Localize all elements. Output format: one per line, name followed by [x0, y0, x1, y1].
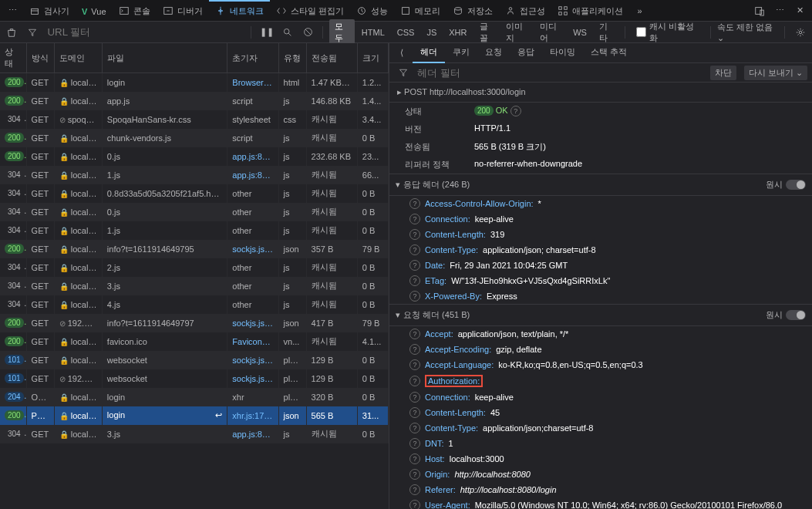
details-tab-1[interactable]: 쿠키: [445, 43, 477, 63]
table-row[interactable]: 304GET🔒 localh...1.jsotherjs캐시됨0 B: [0, 221, 389, 240]
filter-pill-글꼴[interactable]: 글꼴: [474, 19, 499, 46]
help-icon[interactable]: ?: [409, 260, 420, 271]
table-row[interactable]: 200GET🔒 localh...app.jsscriptjs146.88 KB…: [0, 92, 389, 110]
filter-pill-WS[interactable]: WS: [568, 26, 592, 39]
column-header[interactable]: 유형: [278, 43, 306, 73]
table-row[interactable]: 304GET⊘ spoqa....SpoqaHanSans-kr.cssstyl…: [0, 110, 389, 129]
help-icon[interactable]: ?: [409, 229, 420, 240]
raw-toggle[interactable]: [786, 310, 806, 320]
cache-disable-checkbox[interactable]: 캐시 비활성화: [632, 21, 703, 44]
block-button[interactable]: 차단: [710, 66, 736, 80]
column-header[interactable]: 전송됨: [306, 43, 357, 73]
table-row[interactable]: 304GET🔒 localh...2.jsotherjs캐시됨0 B: [0, 258, 389, 277]
help-icon[interactable]: ?: [409, 392, 420, 403]
tool-tab-5[interactable]: 스타일 편집기: [270, 0, 350, 22]
response-headers-section[interactable]: ▾ 응답 헤더 (246 B) 원시: [389, 174, 812, 196]
url-filter-input[interactable]: [44, 25, 244, 40]
close-icon[interactable]: ✕: [790, 2, 809, 20]
tool-tab-10[interactable]: 애플리케이션: [551, 0, 629, 22]
tool-tab-3[interactable]: 디버거: [157, 0, 209, 22]
filter-pill-기타[interactable]: 기타: [594, 19, 618, 46]
tool-tab-4[interactable]: 네트워크: [209, 0, 270, 22]
table-row[interactable]: 101GET🔒 localh...websocketsockjs.js:1...…: [0, 351, 389, 369]
help-icon[interactable]: ?: [409, 329, 420, 339]
header-row: ?DNT: 1: [389, 436, 812, 451]
pause-icon[interactable]: ❚❚: [258, 23, 275, 42]
column-header[interactable]: 도메인: [54, 43, 102, 73]
more-icon[interactable]: ⋯: [770, 2, 789, 20]
details-tab-0[interactable]: 헤더: [413, 43, 445, 63]
details-tab-5[interactable]: 스택 추적: [583, 43, 635, 63]
table-row[interactable]: 101GET⊘ 192.16...websocketsockjs.js:1...…: [0, 369, 389, 388]
gear-icon[interactable]: [791, 23, 809, 42]
help-icon[interactable]: ?: [409, 484, 420, 495]
table-row[interactable]: 200GET🔒 localh...0.jsapp.js:85...js232.6…: [0, 147, 389, 166]
column-header[interactable]: 크기: [357, 43, 388, 73]
filter-pill-모두[interactable]: 모두: [329, 19, 354, 46]
table-row[interactable]: 200GET🔒 localh...loginBrowserT...html1.4…: [0, 73, 389, 92]
filter-icon[interactable]: [24, 23, 42, 42]
table-row[interactable]: 200GET⊘ 192.16...info?t=1611914649797soc…: [0, 314, 389, 332]
responsive-icon[interactable]: [750, 2, 769, 20]
help-icon[interactable]: ?: [409, 376, 420, 386]
help-icon[interactable]: ?: [409, 275, 420, 286]
table-row[interactable]: 200GET🔒 localh...info?t=1611914649795soc…: [0, 240, 389, 258]
table-row[interactable]: 304GET🔒 localh...4.jsotherjs캐시됨0 B: [0, 295, 389, 314]
table-row[interactable]: 204OP...🔒 localh...loginxhrpla...320 B0 …: [0, 388, 389, 406]
help-icon[interactable]: ?: [510, 106, 521, 116]
filter-pill-미디어[interactable]: 미디어: [534, 19, 567, 46]
details-tab-2[interactable]: 요청: [477, 43, 510, 63]
table-row[interactable]: 200GET🔒 localh...chunk-vendors.jsscriptj…: [0, 129, 389, 147]
throttle-select[interactable]: 속도 제한 없음 ⌄: [717, 22, 779, 43]
tool-tab-0[interactable]: 검사기: [23, 0, 76, 22]
help-icon[interactable]: ?: [409, 407, 420, 418]
help-icon[interactable]: ?: [409, 500, 420, 509]
filter-pill-CSS[interactable]: CSS: [392, 26, 420, 39]
tab-icon: [276, 5, 287, 18]
block-icon[interactable]: [299, 23, 317, 42]
tool-tab-8[interactable]: 저장소: [446, 0, 499, 22]
overflow-right-icon[interactable]: »: [631, 2, 649, 20]
table-row[interactable]: 304GET🔒 localh...1.jsapp.js:85...js캐시됨66…: [0, 166, 389, 184]
filter-pill-이미지[interactable]: 이미지: [500, 19, 533, 46]
table-row[interactable]: 200GET🔒 localh...favicon.icoFaviconL...v…: [0, 332, 389, 351]
help-icon[interactable]: ?: [409, 344, 420, 355]
filter-pill-JS[interactable]: JS: [421, 26, 442, 39]
filter-pill-HTML[interactable]: HTML: [356, 26, 390, 39]
column-header[interactable]: 상태: [0, 43, 26, 73]
raw-toggle[interactable]: [786, 180, 806, 190]
help-icon[interactable]: ?: [409, 438, 420, 449]
table-row[interactable]: 200PO...🔒 localh...login ↩xhr.js:177...j…: [0, 406, 389, 425]
help-icon[interactable]: ?: [409, 359, 420, 370]
request-headers-section[interactable]: ▾ 요청 헤더 (451 B) 원시: [389, 304, 812, 326]
details-back-icon[interactable]: ⟨: [393, 44, 411, 62]
table-row[interactable]: 304GET🔒 localh...0.jsotherjs캐시됨0 B: [0, 203, 389, 221]
overflow-left-icon[interactable]: ⋯: [3, 2, 22, 20]
search-icon[interactable]: [278, 23, 296, 42]
filter-icon[interactable]: [394, 63, 413, 82]
column-header[interactable]: 파일: [102, 43, 227, 73]
details-tab-4[interactable]: 타이밍: [542, 43, 583, 63]
help-icon[interactable]: ?: [409, 453, 420, 464]
header-filter-input[interactable]: [417, 65, 702, 80]
tool-tab-6[interactable]: 성능: [350, 0, 394, 22]
tool-tab-2[interactable]: 콘솔: [113, 0, 157, 22]
table-row[interactable]: 304GET🔒 localh...3.jsotherjs캐시됨0 B: [0, 277, 389, 295]
tool-tab-7[interactable]: 메모리: [394, 0, 446, 22]
resend-button[interactable]: 다시 보내기 ⌄: [744, 66, 807, 80]
help-icon[interactable]: ?: [409, 469, 420, 480]
help-icon[interactable]: ?: [409, 214, 420, 224]
filter-pill-XHR[interactable]: XHR: [443, 26, 472, 39]
details-tab-3[interactable]: 응답: [510, 43, 542, 63]
table-row[interactable]: 304GET🔒 localh...3.jsapp.js:85...js캐시됨0 …: [0, 425, 389, 443]
help-icon[interactable]: ?: [409, 244, 420, 255]
help-icon[interactable]: ?: [409, 198, 420, 209]
tool-tab-9[interactable]: 접근성: [499, 0, 551, 22]
table-row[interactable]: 304GET🔒 localh...0.8d33a5d05a3205f21af5.…: [0, 184, 389, 203]
help-icon[interactable]: ?: [409, 423, 420, 433]
column-header[interactable]: 방식: [26, 43, 54, 73]
tool-tab-1[interactable]: VVue: [76, 0, 113, 22]
trash-icon[interactable]: [3, 23, 21, 42]
help-icon[interactable]: ?: [409, 291, 420, 302]
column-header[interactable]: 초기자: [227, 43, 278, 73]
